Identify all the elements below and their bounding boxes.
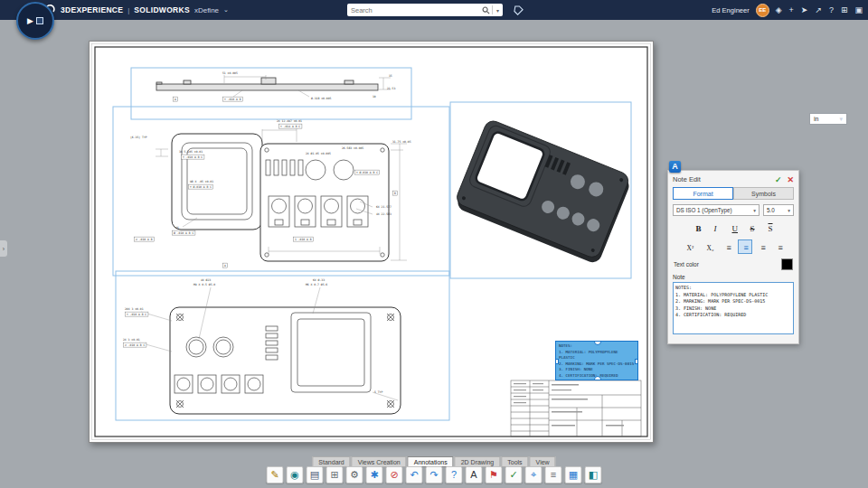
brand-label: 3DEXPERIENCE	[61, 5, 123, 14]
tab-format[interactable]: Format	[673, 187, 733, 200]
align-center-button[interactable]: ≡	[738, 239, 752, 254]
resize-handle-left[interactable]	[555, 359, 559, 364]
compass-widget[interactable]: ▶	[16, 2, 54, 40]
font-family-select[interactable]: DS ISO 1 (OpenType) ▾	[673, 204, 760, 216]
app-menu-chevron-icon[interactable]: ⌄	[223, 6, 229, 14]
target-icon[interactable]: ⌖	[525, 466, 542, 483]
dialog-title: Note Edit	[673, 175, 775, 183]
overline-button[interactable]: S	[762, 221, 778, 235]
bottom-toolbar: ✎◉▤⊞⚙✱⊘↶↷?A⚑✓⌖≡▦◧	[267, 466, 602, 483]
save-icon[interactable]: ▤	[307, 466, 324, 483]
check-icon[interactable]: ✓	[505, 466, 523, 483]
svg-text:A: A	[175, 98, 176, 101]
svg-text:⌖ .010 A B C: ⌖ .010 A B C	[183, 155, 203, 159]
note-edit-dialog: A Note Edit ✓ ✕ Format Symbols DS ISO 1 …	[667, 161, 799, 344]
apps-grid-icon[interactable]: ⊞	[841, 0, 848, 20]
drawing-svg: 51 ±0.0051521.5310Ø.318 ±0.005⌖ .010 A B…	[89, 41, 654, 443]
chevron-down-icon: ▾	[753, 208, 756, 213]
search-dropdown-chevron-icon[interactable]: ▾	[493, 7, 503, 14]
send-icon[interactable]: ➤	[801, 0, 808, 20]
confirm-icon[interactable]: ✓	[775, 175, 782, 184]
help-icon[interactable]: ?	[829, 0, 834, 20]
align-left-button[interactable]: ≡	[721, 239, 735, 254]
align-justify-button[interactable]: ≡	[772, 239, 787, 254]
units-dropdown[interactable]: in ▾	[809, 113, 847, 125]
help-icon[interactable]: ?	[446, 466, 463, 483]
search-box[interactable]: ▾	[347, 4, 503, 16]
list-icon[interactable]: ≡	[545, 466, 562, 483]
svg-text:3X 5.105 ±0.01: 3X 5.105 ±0.01	[179, 150, 203, 154]
svg-text:4X 22.583: 4X 22.583	[376, 212, 392, 216]
expander-chevron-icon: ›	[3, 246, 5, 252]
svg-text:98 X .05 ±0.01: 98 X .05 ±0.01	[190, 180, 213, 183]
brand-divider: |	[127, 6, 129, 14]
add-icon[interactable]: +	[789, 0, 794, 20]
svg-text:⌀ .010 A B C: ⌀ .010 A B C	[125, 343, 145, 347]
resize-handle-top[interactable]	[594, 341, 601, 345]
strikethrough-button[interactable]: S	[744, 221, 760, 235]
text-note-icon[interactable]: A	[466, 466, 483, 483]
font-size-select[interactable]: 5.0 ▾	[763, 204, 794, 216]
svg-text:20X 3 ±0.01: 20X 3 ±0.01	[125, 307, 144, 311]
svg-text:⌖ .010 A B C: ⌖ .010 A B C	[127, 313, 146, 316]
half-square-icon[interactable]: ◧	[585, 466, 602, 483]
play-icon[interactable]: ▶	[27, 16, 33, 25]
note-textarea[interactable]: NOTES: 1. MATERIAL: POLYPROPYLENE PLASTI…	[673, 282, 794, 334]
flag-icon[interactable]: ⚑	[486, 466, 503, 483]
share-icon[interactable]: ↗	[815, 0, 822, 20]
svg-text:31.75 ±0.05: 31.75 ±0.05	[392, 140, 411, 144]
drawing-canvas[interactable]: 51 ±0.0051521.5310Ø.318 ±0.005⌖ .010 A B…	[0, 20, 868, 488]
svg-text:B: B	[394, 192, 396, 195]
svg-text:⌖ Ø.010 A B C: ⌖ Ø.010 A B C	[190, 185, 212, 189]
italic-button[interactable]: I	[708, 221, 723, 235]
panel-expander[interactable]: ›	[0, 240, 7, 257]
circle-tool-icon[interactable]: ◉	[287, 466, 304, 483]
svg-text:6X 21.577: 6X 21.577	[376, 205, 392, 209]
close-icon[interactable]: ✕	[787, 175, 794, 184]
table-icon[interactable]: ▦	[565, 466, 582, 483]
tag-icon[interactable]: ◈	[776, 0, 782, 20]
dialog-tabs: Format Symbols	[673, 187, 794, 200]
svg-text:4X: 4X	[175, 226, 179, 230]
undo-icon[interactable]: ↶	[406, 466, 423, 483]
svg-text:M9 X 0.5 Ø5.0: M9 X 0.5 Ø5.0	[193, 283, 215, 286]
note-annotation[interactable]: NOTES: 1. MATERIAL: POLYPROPYLENE PLASTI…	[555, 341, 638, 380]
top-bar: 3DEXPERIENCE | SOLIDWORKS xDefine ⌄ ▾ Ed…	[0, 0, 868, 20]
svg-text:2X 3 ±0.01: 2X 3 ±0.01	[123, 338, 140, 342]
header-icon-row: ◈+➤↗?⊞▣	[776, 0, 863, 20]
align-right-button[interactable]: ≡	[755, 239, 769, 254]
module-label: xDefine	[194, 6, 219, 14]
redo-icon[interactable]: ↷	[426, 466, 443, 483]
subscript-button[interactable]: X₂	[701, 239, 718, 254]
resize-handle-right[interactable]	[635, 359, 638, 364]
resize-handle-bottom[interactable]	[594, 376, 601, 380]
svg-text:2X Ø1.05 ±0.005: 2X Ø1.05 ±0.005	[306, 152, 331, 155]
format-buttons-row: BIUSS	[673, 221, 794, 235]
svg-text:⌀ .010 A B: ⌀ .010 A B	[136, 238, 153, 241]
underline-button[interactable]: U	[726, 221, 741, 235]
svg-text:21.53: 21.53	[387, 87, 395, 90]
svg-text:⌖ .010 A B: ⌖ .010 A B	[224, 98, 241, 101]
search-input[interactable]	[347, 6, 479, 14]
sketch-icon[interactable]: ✎	[267, 466, 284, 483]
gear-icon[interactable]: ⚙	[346, 466, 363, 483]
no-entry-icon[interactable]: ⊘	[386, 466, 403, 483]
text-color-swatch[interactable]	[781, 258, 793, 270]
fullscreen-icon[interactable]: ▣	[854, 0, 863, 20]
bottom-view[interactable]	[170, 307, 401, 414]
avatar[interactable]: EE	[756, 4, 769, 17]
pattern-icon[interactable]: ✱	[366, 466, 383, 483]
font-size-value: 5.0	[767, 207, 775, 213]
tab-symbols[interactable]: Symbols	[733, 187, 794, 200]
user-name[interactable]: Ed Engineer	[712, 6, 749, 14]
compare-tag-icon[interactable]	[514, 4, 524, 20]
svg-text:10: 10	[373, 95, 376, 99]
bold-button[interactable]: B	[690, 221, 705, 235]
drawing-sheet[interactable]: 51 ±0.0051521.5310Ø.318 ±0.005⌖ .010 A B…	[89, 41, 654, 443]
grid-icon[interactable]: ⊞	[326, 466, 344, 483]
font-family-value: DS ISO 1 (OpenType)	[676, 207, 732, 213]
svg-text:[6.35] TYP: [6.35] TYP	[130, 136, 147, 139]
svg-text:⌖ Ø.010 A B C: ⌖ Ø.010 A B C	[356, 171, 378, 174]
superscript-button[interactable]: X²	[681, 239, 698, 254]
search-icon[interactable]	[479, 2, 492, 18]
